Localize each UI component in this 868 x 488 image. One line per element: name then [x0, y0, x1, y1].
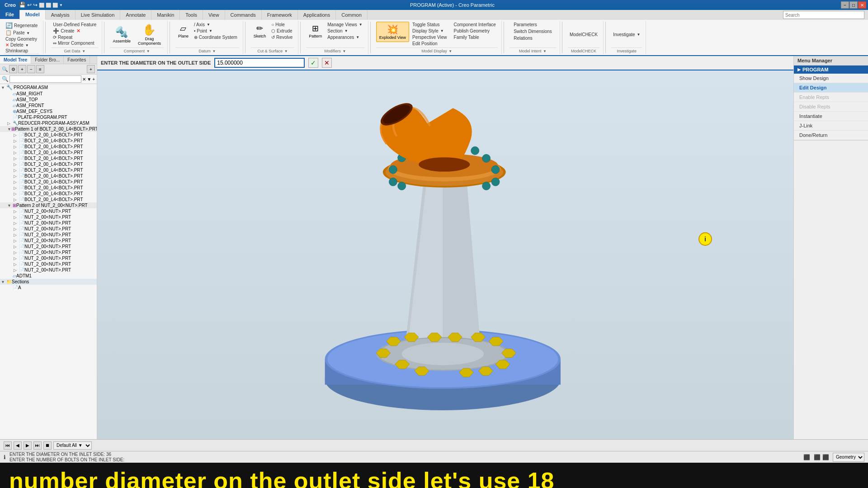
- parameters-button[interactable]: Parameters: [512, 22, 539, 28]
- create-button[interactable]: ➕ Create ✕: [51, 28, 82, 34]
- family-table-button[interactable]: Family Table: [452, 34, 498, 40]
- tree-item-reducer[interactable]: ▷ 🔧 REDUCER-PROGRAM-ASSY.ASM: [0, 120, 97, 126]
- tab-folder-browser[interactable]: Folder Bro...: [31, 56, 64, 64]
- tree-item-bolt4[interactable]: ▷📄 BOLT_2_00_L4<BOLT>.PRT: [0, 150, 97, 155]
- tree-item-bolt11[interactable]: ▷📄 BOLT_2_00_L4<BOLT>.PRT: [0, 191, 97, 197]
- revolve-button[interactable]: ↺ Revolve: [269, 34, 294, 40]
- tree-item-pattern1[interactable]: ▼ ⊞ Pattern 1 of BOLT_2_00_L4<BOLT>.PRT: [0, 126, 97, 132]
- tree-item-nut3[interactable]: ▷📄 NUT_2_00<NUT>.PRT: [0, 220, 97, 226]
- menu-item-instantiate[interactable]: Instantiate: [794, 112, 868, 121]
- tree-item-pattern2[interactable]: ▼ ⊞ Pattern 2 of NUT_2_00<NUT>.PRT: [0, 202, 97, 208]
- tab-commands[interactable]: Commands: [225, 10, 262, 20]
- tree-item-asm-front[interactable]: ▱ ASM_FRONT: [0, 103, 97, 108]
- tree-item-nut1[interactable]: ▷📄 NUT_2_00<NUT>.PRT: [0, 208, 97, 214]
- tree-item-bolt1[interactable]: ▷📄 BOLT_2_00_L4<BOLT>.PRT: [0, 132, 97, 138]
- tree-item-nut6[interactable]: ▷📄 NUT_2_00<NUT>.PRT: [0, 238, 97, 244]
- manage-views-button[interactable]: Manage Views ▼: [326, 22, 364, 28]
- publish-geometry-button[interactable]: Publish Geometry: [452, 28, 498, 34]
- axis-button[interactable]: / Axis ▼: [192, 22, 239, 28]
- close-button[interactable]: ✕: [858, 1, 866, 9]
- tree-item-sections[interactable]: ▼📁 Sections: [0, 279, 97, 285]
- tree-add-filter-btn[interactable]: +: [92, 77, 95, 82]
- play-speed-select[interactable]: Default All ▼: [53, 441, 92, 450]
- copy-geometry-button[interactable]: Copy Geometry: [4, 36, 39, 42]
- modelcheck-button[interactable]: ModelCHECK: [568, 32, 599, 38]
- tree-item-adtm1[interactable]: ▱ ADTM1: [0, 273, 97, 279]
- drag-components-button[interactable]: ✋ DragComponents: [135, 22, 164, 47]
- tab-common[interactable]: Common: [336, 10, 368, 20]
- tree-item-bolt12[interactable]: ▷📄 BOLT_2_00_L4<BOLT>.PRT: [0, 197, 97, 202]
- relations-button[interactable]: Relations: [512, 35, 534, 41]
- tree-item-bolt10[interactable]: ▷📄 BOLT_2_00_L4<BOLT>.PRT: [0, 185, 97, 191]
- menu-item-done-return[interactable]: Done/Return: [794, 131, 868, 140]
- qat-dropdown[interactable]: ▼: [59, 3, 63, 7]
- geometry-select[interactable]: Geometry: [833, 453, 864, 462]
- pattern-button[interactable]: ⊞ Pattern: [306, 22, 325, 40]
- exploded-view-button[interactable]: 💥 Exploded View: [376, 22, 409, 42]
- perspective-view-button[interactable]: Perspective View: [410, 34, 449, 40]
- play-forward-button[interactable]: ▶: [24, 441, 32, 450]
- dialog-confirm-button[interactable]: ✓: [308, 58, 318, 68]
- section-button[interactable]: Section ▼: [326, 28, 364, 34]
- qat-btn3[interactable]: ⬜: [39, 3, 44, 8]
- dialog-cancel-button[interactable]: ✕: [322, 58, 332, 68]
- minimize-button[interactable]: −: [841, 1, 849, 9]
- appearances-button[interactable]: Appearances ▼: [326, 34, 364, 40]
- tree-item-plate[interactable]: 📄 PLATE-PROGRAM.PRT: [0, 114, 97, 120]
- tab-annotate[interactable]: Annotate: [120, 10, 151, 20]
- tab-model-tree[interactable]: Model Tree: [0, 56, 31, 64]
- tree-item-bolt2[interactable]: ▷📄 BOLT_2_00_L4<BOLT>.PRT: [0, 138, 97, 144]
- tree-expand-btn[interactable]: +: [18, 65, 26, 73]
- maximize-button[interactable]: □: [849, 1, 858, 9]
- dialog-input[interactable]: [214, 58, 305, 68]
- tree-item-asm-top[interactable]: ▱ ASM_TOP: [0, 97, 97, 103]
- mirror-component-button[interactable]: ⇔ Mirror Component: [51, 40, 96, 46]
- tree-search-down-btn[interactable]: ▼: [87, 77, 91, 82]
- tree-item-asm-csys[interactable]: ⊕ ASM_DEF_CSYS: [0, 108, 97, 114]
- tree-item-bolt7[interactable]: ▷📄 BOLT_2_00_L4<BOLT>.PRT: [0, 167, 97, 173]
- qat-save[interactable]: 💾: [19, 2, 26, 8]
- investigate-button[interactable]: Investigate ▼: [611, 32, 642, 38]
- play-stop-button[interactable]: ⏹: [43, 441, 52, 450]
- tab-file[interactable]: File: [0, 10, 20, 20]
- paste-button[interactable]: 📋 Paste ▼: [4, 29, 32, 36]
- tree-item-bolt8[interactable]: ▷📄 BOLT_2_00_L4<BOLT>.PRT: [0, 173, 97, 179]
- tab-analysis[interactable]: Analysis: [46, 10, 75, 20]
- ribbon-search[interactable]: [783, 11, 864, 19]
- tree-item-bolt9[interactable]: ▷📄 BOLT_2_00_L4<BOLT>.PRT: [0, 179, 97, 185]
- shrinkwrap-button[interactable]: Shrinkwrap: [4, 48, 30, 54]
- assemble-button[interactable]: 🔩 Assemble: [110, 24, 133, 45]
- hole-button[interactable]: ○ Hole: [269, 22, 294, 28]
- tree-item-nut4[interactable]: ▷📄 NUT_2_00<NUT>.PRT: [0, 226, 97, 232]
- menu-item-j-link[interactable]: J-Link: [794, 121, 868, 131]
- play-back-button[interactable]: ◀: [14, 441, 22, 450]
- menu-item-show-design[interactable]: Show Design: [794, 74, 868, 83]
- play-next-button[interactable]: ⏭: [33, 441, 42, 450]
- tree-item-nut8[interactable]: ▷📄 NUT_2_00<NUT>.PRT: [0, 249, 97, 255]
- sketch-button[interactable]: ✏ Sketch: [251, 22, 269, 40]
- tree-search-input[interactable]: [9, 75, 81, 83]
- repeat-button[interactable]: ⟳ Repeat: [51, 34, 74, 40]
- tab-applications[interactable]: Applications: [298, 10, 336, 20]
- tree-add-btn[interactable]: +: [87, 65, 95, 73]
- tree-settings-btn[interactable]: ⚙: [9, 65, 17, 73]
- qat-undo[interactable]: ↩: [27, 2, 32, 8]
- tree-item-nut2[interactable]: ▷📄 NUT_2_00<NUT>.PRT: [0, 214, 97, 220]
- tree-item-bolt3[interactable]: ▷📄 BOLT_2_00_L4<BOLT>.PRT: [0, 144, 97, 150]
- tab-framework[interactable]: Framework: [262, 10, 298, 20]
- menu-item-edit-design[interactable]: Edit Design: [794, 83, 868, 93]
- tree-item-bolt6[interactable]: ▷📄 BOLT_2_00_L4<BOLT>.PRT: [0, 161, 97, 167]
- qat-btn5[interactable]: ⬜: [52, 3, 58, 8]
- extrude-button[interactable]: ⬡ Extrude: [269, 28, 294, 34]
- tab-view[interactable]: View: [203, 10, 225, 20]
- tab-live-sim[interactable]: Live Simulation: [75, 10, 121, 20]
- tab-favorites[interactable]: Favorites: [64, 56, 90, 64]
- tab-model[interactable]: Model: [20, 10, 46, 20]
- tree-item-section-a[interactable]: 📄 A: [0, 285, 97, 291]
- user-defined-feature-button[interactable]: User-Defined Feature: [51, 22, 98, 28]
- tab-manikin[interactable]: Manikin: [151, 10, 180, 20]
- point-button[interactable]: • Point ▼: [192, 28, 239, 34]
- edit-position-button[interactable]: Edit Position: [410, 41, 449, 47]
- display-style-button[interactable]: Display Style ▼: [410, 28, 449, 34]
- play-prev-button[interactable]: ⏮: [4, 441, 12, 450]
